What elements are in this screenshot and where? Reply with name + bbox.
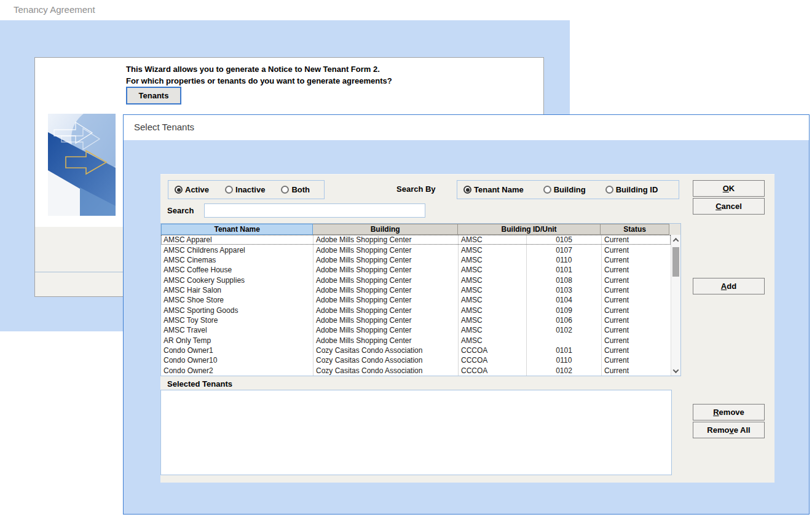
table-row[interactable]: Condo Owner2Cozy Casitas Condo Associati… bbox=[161, 366, 671, 376]
cell-unit: 0105 bbox=[527, 235, 602, 245]
radio-circle-icon bbox=[225, 186, 233, 194]
cancel-button[interactable]: Cancel bbox=[693, 198, 765, 215]
cell-bid: AMSC bbox=[459, 285, 527, 295]
cell-tenant: Condo Owner2 bbox=[161, 366, 313, 376]
cell-status: Current bbox=[602, 325, 671, 335]
scroll-up-button[interactable] bbox=[671, 235, 680, 245]
cell-status: Current bbox=[602, 355, 671, 365]
search-input[interactable] bbox=[204, 203, 425, 218]
ok-button[interactable]: OK bbox=[693, 180, 765, 197]
radio-label: Both bbox=[291, 185, 310, 194]
search-by-radio-group: Tenant NameBuildingBuilding ID bbox=[457, 180, 679, 199]
header-building[interactable]: Building bbox=[313, 224, 457, 235]
header-status[interactable]: Status bbox=[601, 224, 669, 235]
cell-unit: 0103 bbox=[527, 285, 602, 295]
selected-tenants-label: Selected Tenants bbox=[167, 379, 232, 389]
cell-building: Cozy Casitas Condo Association bbox=[313, 345, 459, 355]
chevron-up-icon bbox=[673, 237, 679, 243]
add-button[interactable]: Add bbox=[693, 278, 765, 294]
cell-building: Adobe Mills Shopping Center bbox=[313, 306, 459, 315]
cell-tenant: AMSC Coffee House bbox=[161, 265, 313, 275]
table-row[interactable]: AMSC Hair SalonAdobe Mills Shopping Cent… bbox=[161, 285, 671, 295]
tenant-table: Tenant Name Building Building ID/Unit St… bbox=[160, 223, 681, 376]
header-building-id-unit[interactable]: Building ID/Unit bbox=[458, 224, 601, 235]
tenant-table-body: AMSC ApparelAdobe Mills Shopping CenterA… bbox=[161, 235, 671, 376]
chevron-down-icon bbox=[673, 367, 679, 373]
cell-status: Current bbox=[602, 336, 671, 345]
select-tenants-dialog: Select Tenants ActiveInactiveBoth Search… bbox=[123, 114, 810, 515]
cell-unit: 0104 bbox=[527, 295, 602, 305]
table-row[interactable]: AMSC Shoe StoreAdobe Mills Shopping Cent… bbox=[161, 295, 671, 305]
table-row[interactable]: AMSC CinemasAdobe Mills Shopping CenterA… bbox=[161, 255, 671, 265]
cell-building: Adobe Mills Shopping Center bbox=[313, 285, 459, 295]
cell-unit: 0106 bbox=[527, 315, 602, 325]
cell-bid: AMSC bbox=[459, 255, 527, 265]
search-label: Search bbox=[167, 206, 194, 215]
table-row[interactable]: Condo Owner10Cozy Casitas Condo Associat… bbox=[161, 355, 671, 365]
cell-unit: 0102 bbox=[527, 366, 602, 376]
cell-building: Adobe Mills Shopping Center bbox=[313, 235, 459, 245]
cell-bid: AMSC bbox=[459, 325, 527, 335]
cell-tenant: AR Only Temp bbox=[161, 336, 313, 345]
table-row[interactable]: AMSC Toy StoreAdobe Mills Shopping Cente… bbox=[161, 315, 671, 325]
cell-status: Current bbox=[602, 366, 671, 376]
scroll-down-button[interactable] bbox=[671, 366, 680, 376]
table-row[interactable]: AMSC Coffee HouseAdobe Mills Shopping Ce… bbox=[161, 265, 671, 275]
table-row[interactable]: AMSC Childrens ApparelAdobe Mills Shoppi… bbox=[161, 245, 671, 255]
cell-status: Current bbox=[602, 295, 671, 305]
cell-building: Cozy Casitas Condo Association bbox=[313, 366, 459, 376]
cell-bid: AMSC bbox=[459, 315, 527, 325]
cell-status: Current bbox=[602, 285, 671, 295]
cell-building: Adobe Mills Shopping Center bbox=[313, 275, 459, 285]
wizard-description: This Wizard allows you to generate a Not… bbox=[126, 63, 392, 87]
table-row[interactable]: Condo Owner1Cozy Casitas Condo Associati… bbox=[161, 345, 671, 355]
search-by-label: Search By bbox=[396, 184, 436, 194]
cell-status: Current bbox=[602, 235, 671, 245]
radio-circle-icon bbox=[175, 186, 183, 194]
dialog-titlebar[interactable]: Select Tenants bbox=[124, 115, 809, 140]
radio-active[interactable]: Active bbox=[175, 185, 209, 194]
scroll-thumb[interactable] bbox=[672, 247, 679, 277]
radio-label: Inactive bbox=[235, 185, 265, 194]
cell-bid: CCCOA bbox=[459, 355, 527, 365]
cell-status: Current bbox=[602, 255, 671, 265]
radio-tenant-name[interactable]: Tenant Name bbox=[463, 185, 524, 194]
cell-unit: 0110 bbox=[527, 255, 602, 265]
header-tenant-name[interactable]: Tenant Name bbox=[161, 224, 313, 235]
table-row[interactable]: AMSC Sporting GoodsAdobe Mills Shopping … bbox=[161, 306, 671, 315]
cell-tenant: AMSC Toy Store bbox=[161, 315, 313, 325]
cell-status: Current bbox=[602, 306, 671, 315]
cell-building: Adobe Mills Shopping Center bbox=[313, 255, 459, 265]
page-title: Tenancy Agreement bbox=[14, 4, 95, 15]
radio-building-id[interactable]: Building ID bbox=[605, 185, 658, 194]
wizard-description-line1: This Wizard allows you to generate a Not… bbox=[126, 63, 392, 75]
radio-inactive[interactable]: Inactive bbox=[225, 185, 265, 194]
radio-label: Building bbox=[554, 185, 586, 194]
remove-button[interactable]: Remove bbox=[693, 404, 765, 420]
cell-tenant: AMSC Childrens Apparel bbox=[161, 245, 313, 255]
cell-tenant: AMSC Hair Salon bbox=[161, 285, 313, 295]
cell-tenant: AMSC Cinemas bbox=[161, 255, 313, 265]
table-row[interactable]: AMSC TravelAdobe Mills Shopping CenterAM… bbox=[161, 325, 671, 335]
table-scrollbar[interactable] bbox=[671, 235, 680, 376]
remove-all-button[interactable]: Remove All bbox=[693, 422, 765, 438]
selected-tenants-listbox[interactable] bbox=[160, 390, 672, 475]
table-row[interactable]: AR Only TempAdobe Mills Shopping CenterA… bbox=[161, 336, 671, 345]
cell-status: Current bbox=[602, 275, 671, 285]
radio-both[interactable]: Both bbox=[281, 185, 310, 194]
cell-bid: AMSC bbox=[459, 336, 527, 345]
radio-building[interactable]: Building bbox=[543, 185, 586, 194]
radio-circle-icon bbox=[605, 186, 613, 194]
cell-status: Current bbox=[602, 315, 671, 325]
cell-building: Adobe Mills Shopping Center bbox=[313, 295, 459, 305]
tenants-button[interactable]: Tenants bbox=[126, 87, 181, 105]
header-scrollbar-stub bbox=[669, 224, 680, 235]
radio-circle-icon bbox=[543, 186, 551, 194]
table-row[interactable]: AMSC ApparelAdobe Mills Shopping CenterA… bbox=[161, 235, 671, 245]
cell-status: Current bbox=[602, 245, 671, 255]
cell-tenant: AMSC Cookery Supplies bbox=[161, 275, 313, 285]
cell-status: Current bbox=[602, 345, 671, 355]
cell-unit: 0108 bbox=[527, 275, 602, 285]
cell-bid: AMSC bbox=[459, 295, 527, 305]
table-row[interactable]: AMSC Cookery SuppliesAdobe Mills Shoppin… bbox=[161, 275, 671, 285]
